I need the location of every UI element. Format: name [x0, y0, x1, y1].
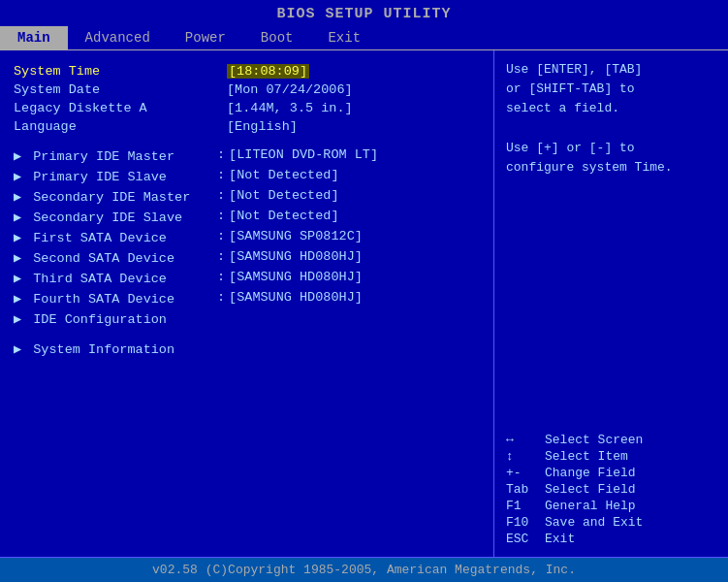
field-row: System Date[Mon 07/24/2006]	[14, 81, 480, 99]
field-label: ▶ First SATA Device	[14, 229, 217, 245]
key-row: ↕Select Item	[506, 448, 716, 465]
colon: :	[217, 270, 225, 284]
field-value: [SAMSUNG HD080HJ]	[229, 249, 363, 264]
field-row[interactable]: ▶ Secondary IDE Slave: [Not Detected]	[14, 207, 480, 227]
help-line	[506, 118, 716, 138]
key-code: ↕	[506, 449, 535, 464]
key-description: Select Field	[545, 482, 636, 497]
field-label: ▶ Third SATA Device	[14, 270, 217, 286]
arrow-icon: ▶	[14, 231, 29, 245]
field-value: [English]	[227, 119, 298, 134]
arrow-icon: ▶	[14, 272, 29, 286]
field-value: [SAMSUNG HD080HJ]	[229, 290, 363, 305]
field-row: System Time[18:08:09]	[14, 62, 480, 81]
field-label: Legacy Diskette A	[14, 101, 217, 115]
key-description: General Help	[545, 499, 636, 513]
field-row: Legacy Diskette A[1.44M, 3.5 in.]	[14, 99, 480, 117]
key-row: ESCExit	[506, 531, 716, 547]
colon: :	[217, 168, 225, 182]
field-row[interactable]: ▶ Secondary IDE Master: [Not Detected]	[14, 186, 480, 207]
right-panel: Use [ENTER], [TAB]or [SHIFT-TAB] toselec…	[494, 50, 728, 557]
field-label: ▶ Primary IDE Master	[14, 147, 217, 164]
arrow-icon: ▶	[14, 210, 29, 225]
field-row[interactable]: ▶ Second SATA Device: [SAMSUNG HD080HJ]	[14, 247, 480, 268]
key-legend: ↔Select Screen↕Select Item+-Change Field…	[506, 432, 716, 547]
arrow-icon: ▶	[14, 170, 29, 184]
menu-item-main[interactable]: Main	[0, 26, 68, 49]
field-row[interactable]: ▶ Third SATA Device: [SAMSUNG HD080HJ]	[14, 268, 480, 288]
field-row[interactable]: ▶ Fourth SATA Device: [SAMSUNG HD080HJ]	[14, 288, 480, 308]
key-description: Change Field	[545, 466, 636, 480]
arrow-icon: ▶	[14, 149, 29, 164]
menu-item-exit[interactable]: Exit	[310, 26, 378, 49]
help-line: Use [+] or [-] to	[506, 139, 716, 158]
help-text: Use [ENTER], [TAB]or [SHIFT-TAB] toselec…	[506, 60, 716, 178]
key-code: F10	[506, 515, 535, 530]
field-label: ▶ Primary IDE Slave	[14, 168, 217, 184]
field-label: ▶ System Information	[14, 340, 217, 357]
help-line: select a field.	[506, 99, 716, 118]
arrow-icon: ▶	[14, 190, 29, 205]
menu-item-boot[interactable]: Boot	[243, 26, 311, 49]
footer-text: v02.58 (C)Copyright 1985-2005, American …	[152, 563, 576, 577]
field-value: [Not Detected]	[229, 188, 338, 203]
field-label: ▶ Secondary IDE Master	[14, 188, 217, 205]
key-code: ESC	[506, 532, 535, 546]
section-gap	[14, 136, 480, 146]
key-row: TabSelect Field	[506, 481, 716, 498]
colon: :	[217, 249, 225, 264]
field-value: [Not Detected]	[229, 209, 338, 223]
field-row[interactable]: ▶ First SATA Device: [SAMSUNG SP0812C]	[14, 227, 480, 247]
field-label: ▶ IDE Configuration	[14, 310, 217, 327]
main-content: System Time[18:08:09]System Date[Mon 07/…	[0, 50, 728, 557]
field-row[interactable]: ▶ Primary IDE Slave: [Not Detected]	[14, 166, 480, 186]
field-value: [Not Detected]	[229, 168, 338, 182]
field-row[interactable]: ▶ Primary IDE Master: [LITEON DVD-ROM LT…	[14, 146, 480, 166]
field-label: ▶ Fourth SATA Device	[14, 290, 217, 307]
arrow-icon: ▶	[14, 312, 29, 327]
menu-item-advanced[interactable]: Advanced	[68, 26, 168, 49]
footer: v02.58 (C)Copyright 1985-2005, American …	[0, 557, 728, 582]
key-code: +-	[506, 466, 535, 480]
help-line: or [SHIFT-TAB] to	[506, 80, 716, 99]
colon: :	[217, 147, 225, 162]
field-label: ▶ Secondary IDE Slave	[14, 209, 217, 225]
key-row: F1General Help	[506, 498, 716, 514]
help-line: configure system Time.	[506, 158, 716, 178]
arrow-icon: ▶	[14, 292, 29, 307]
key-code: F1	[506, 499, 535, 513]
colon: :	[217, 229, 225, 243]
app-title: BIOS SETUP UTILITY	[276, 6, 451, 22]
field-value: [SAMSUNG SP0812C]	[229, 229, 363, 243]
arrow-icon: ▶	[14, 251, 29, 266]
key-description: Select Item	[545, 449, 628, 464]
field-value: [18:08:09]	[227, 64, 309, 79]
field-label: System Time	[14, 64, 217, 79]
field-row[interactable]: ▶ IDE Configuration	[14, 308, 480, 329]
field-row: Language[English]	[14, 117, 480, 136]
key-code: ↔	[506, 433, 535, 447]
field-label: Language	[14, 119, 217, 134]
field-row[interactable]: ▶ System Information	[14, 339, 480, 359]
colon: :	[217, 188, 225, 203]
key-row: +-Change Field	[506, 465, 716, 481]
left-panel: System Time[18:08:09]System Date[Mon 07/…	[0, 50, 494, 557]
field-value: [LITEON DVD-ROM LT]	[229, 147, 378, 162]
key-code: Tab	[506, 482, 535, 497]
title-bar: BIOS SETUP UTILITY	[0, 0, 728, 26]
field-value: [1.44M, 3.5 in.]	[227, 101, 353, 115]
field-label: System Date	[14, 82, 217, 97]
key-description: Save and Exit	[545, 515, 643, 530]
help-line: Use [ENTER], [TAB]	[506, 60, 716, 80]
menu-bar: MainAdvancedPowerBootExit	[0, 26, 728, 50]
field-value: [SAMSUNG HD080HJ]	[229, 270, 363, 284]
section-gap	[14, 329, 480, 339]
key-row: ↔Select Screen	[506, 432, 716, 448]
field-label: ▶ Second SATA Device	[14, 249, 217, 266]
colon: :	[217, 290, 225, 305]
key-description: Exit	[545, 532, 575, 546]
field-value: [Mon 07/24/2006]	[227, 82, 353, 97]
key-description: Select Screen	[545, 433, 643, 447]
arrow-icon: ▶	[14, 342, 29, 357]
menu-item-power[interactable]: Power	[168, 26, 243, 49]
